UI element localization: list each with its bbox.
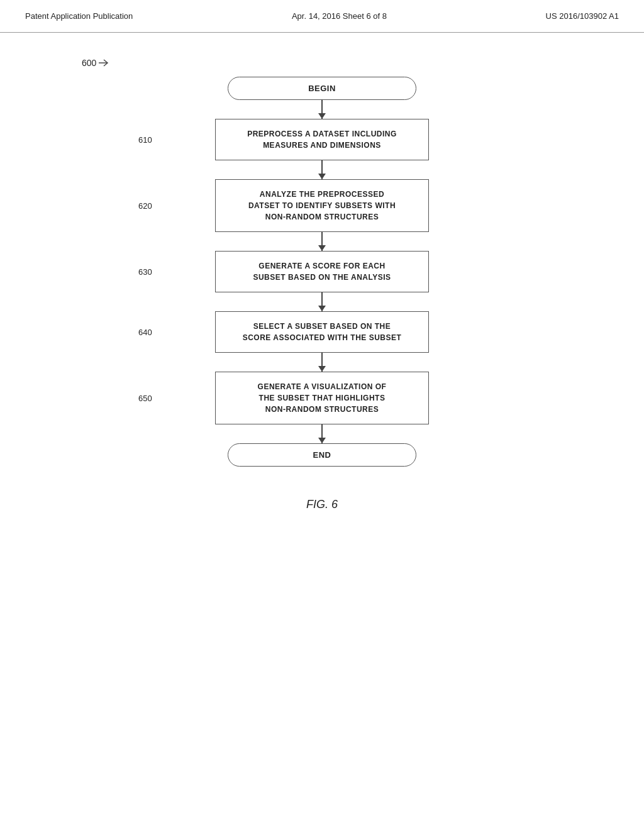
arrow-630-to-640 bbox=[321, 292, 323, 311]
step640-box: SELECT A SUBSET BASED ON THE SCORE ASSOC… bbox=[215, 311, 429, 353]
begin-row: BEGIN bbox=[0, 77, 644, 100]
step630-label: 630 bbox=[138, 267, 152, 277]
step650-label: 650 bbox=[138, 394, 152, 403]
step610-box: PREPROCESS A DATASET INCLUDING MEASURES … bbox=[215, 119, 429, 160]
step640-flow-item: 640 SELECT A SUBSET BASED ON THE SCORE A… bbox=[0, 311, 644, 353]
arrow-620-to-630 bbox=[321, 232, 323, 251]
step650-box: GENERATE A VISUALIZATION OF THE SUBSET T… bbox=[215, 372, 429, 424]
step610-row: 610 PREPROCESS A DATASET INCLUDING MEASU… bbox=[0, 119, 644, 160]
step630-flow-item: 630 GENERATE A SCORE FOR EACH SUBSET BAS… bbox=[0, 251, 644, 292]
figure-600-arrow bbox=[99, 58, 113, 68]
step630-row: 630 GENERATE A SCORE FOR EACH SUBSET BAS… bbox=[0, 251, 644, 292]
step620-row: 620 ANALYZE THE PREPROCESSED DATSET TO I… bbox=[0, 179, 644, 232]
step630-box: GENERATE A SCORE FOR EACH SUBSET BASED O… bbox=[215, 251, 429, 292]
diagram-container: 600 BEGIN 610 PREPROCESS A DATASET INCLU… bbox=[0, 33, 644, 511]
page-header: Patent Application Publication Apr. 14, … bbox=[0, 0, 644, 27]
figure-600-label: 600 bbox=[82, 58, 96, 68]
step650-flow-item: 650 GENERATE A VISUALIZATION OF THE SUBS… bbox=[0, 372, 644, 424]
arrow-begin-to-610 bbox=[321, 100, 323, 119]
step650-row: 650 GENERATE A VISUALIZATION OF THE SUBS… bbox=[0, 372, 644, 424]
header-center: Apr. 14, 2016 Sheet 6 of 8 bbox=[292, 11, 387, 21]
step610-flow-item: 610 PREPROCESS A DATASET INCLUDING MEASU… bbox=[0, 119, 644, 160]
arrow-650-to-end bbox=[321, 424, 323, 443]
arrow-640-to-650 bbox=[321, 353, 323, 372]
step640-label: 640 bbox=[138, 328, 152, 337]
header-left: Patent Application Publication bbox=[25, 11, 133, 21]
figure-caption: FIG. 6 bbox=[306, 498, 338, 511]
arrow-610-to-620 bbox=[321, 160, 323, 179]
step620-box: ANALYZE THE PREPROCESSED DATSET TO IDENT… bbox=[215, 179, 429, 232]
step620-flow-item: 620 ANALYZE THE PREPROCESSED DATSET TO I… bbox=[0, 179, 644, 232]
step610-label: 610 bbox=[138, 135, 152, 145]
begin-flow-item: BEGIN bbox=[0, 77, 644, 100]
begin-box: BEGIN bbox=[228, 77, 416, 100]
end-row: END bbox=[0, 443, 644, 467]
end-box: END bbox=[228, 443, 416, 467]
step640-row: 640 SELECT A SUBSET BASED ON THE SCORE A… bbox=[0, 311, 644, 353]
end-flow-item: END bbox=[0, 443, 644, 467]
header-right: US 2016/103902 A1 bbox=[546, 11, 619, 21]
step620-label: 620 bbox=[138, 201, 152, 211]
